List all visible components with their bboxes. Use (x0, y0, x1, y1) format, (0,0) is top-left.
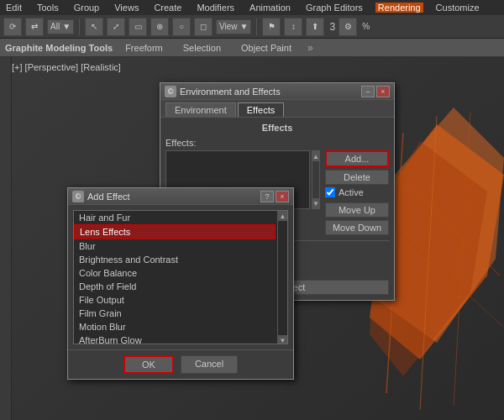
env-dialog-titlebar: © Environment and Effects − × (160, 83, 394, 100)
toolbar-btn-5[interactable]: ⊕ (150, 18, 169, 36)
effect-scroll-track (278, 221, 287, 335)
toolbar-num: 3 (329, 21, 335, 33)
view-label: View (219, 22, 238, 31)
menu-views[interactable]: Views (112, 3, 141, 13)
separator-1 (79, 18, 80, 35)
active-checkbox[interactable] (325, 187, 335, 197)
effects-label: Effects: (165, 138, 389, 148)
effect-item-depth[interactable]: Depth of Field (74, 280, 276, 293)
env-close-btn[interactable]: × (376, 86, 390, 97)
effect-list-box[interactable]: Hair and Fur Lens Effects Blur Brightnes… (73, 210, 288, 344)
move-down-btn[interactable]: Move Down (325, 220, 389, 235)
ribbon-tab-selection[interactable]: Selection (176, 40, 228, 55)
cancel-button[interactable]: Cancel (181, 355, 238, 374)
env-dialog-icon: © (165, 86, 176, 97)
env-tab-environment[interactable]: Environment (165, 102, 236, 117)
toolbar-btn-4[interactable]: ⤢ (107, 18, 125, 36)
ribbon-tab-freeform[interactable]: Freeform (118, 40, 171, 55)
add-effect-title: Add Effect (87, 192, 130, 202)
add-effect-close-btn[interactable]: × (276, 191, 289, 202)
active-checkbox-row: Active (325, 187, 389, 197)
menu-animation[interactable]: Animation (247, 3, 293, 13)
menu-graph-editors[interactable]: Graph Editors (303, 3, 365, 13)
env-dialog-controls: − × (361, 86, 390, 97)
effects-buttons: Add... Delete Active Move Up Move Down (325, 150, 389, 235)
env-dialog-tabs: Environment Effects (160, 100, 394, 118)
toolbar-btn-9[interactable]: ↕ (284, 18, 302, 36)
viewport: [+] [Perspective] [Realistic] © Environm… (0, 57, 504, 420)
delete-effect-btn[interactable]: Delete (325, 170, 389, 185)
toolbar-btn-up[interactable]: ⬆ (306, 18, 324, 36)
toolbar-pct: % (362, 22, 370, 31)
effect-list-scrollbar: ▲ ▼ (277, 211, 287, 344)
separator-2 (256, 18, 257, 35)
toolbar-btn-3[interactable]: ↖ (85, 18, 103, 36)
toolbar-dropdown-all[interactable]: All ▼ (47, 19, 74, 34)
effects-scrollbar[interactable]: ▲ ▼ (312, 150, 320, 209)
env-minimize-btn[interactable]: − (361, 86, 375, 97)
toolbar-btn-7[interactable]: ◻ (194, 18, 213, 36)
menu-create[interactable]: Create (151, 3, 184, 13)
effect-scroll-down[interactable]: ▼ (278, 335, 287, 344)
scroll-down-arrow[interactable]: ▼ (312, 198, 320, 208)
add-effect-content: Hair and Fur Lens Effects Blur Brightnes… (68, 205, 293, 349)
toolbar-btn-6[interactable]: ○ (172, 18, 191, 36)
effect-item-lens[interactable]: Lens Effects (74, 224, 276, 239)
effect-item-hair[interactable]: Hair and Fur (74, 211, 276, 224)
left-panel (0, 57, 12, 420)
toolbar: ⟳ ⇄ All ▼ ↖ ⤢ ▭ ⊕ ○ ◻ View ▼ ⚑ ↕ ⬆ 3 ⚙ % (0, 15, 504, 39)
move-up-btn[interactable]: Move Up (325, 202, 389, 218)
toolbar-btn-2[interactable]: ⇄ (25, 18, 44, 36)
active-label: Active (339, 187, 364, 197)
add-effect-titlebar: © Add Effect ? × (68, 188, 293, 205)
ok-button[interactable]: OK (123, 355, 174, 374)
view-dropdown-arrow: ▼ (240, 22, 249, 31)
ribbon-tab-object-paint[interactable]: Object Paint (234, 40, 299, 55)
add-effect-dialog: © Add Effect ? × Hair and Fur Lens Effec… (67, 187, 294, 380)
add-effect-btn[interactable]: Add... (325, 150, 389, 167)
toolbar-btn-rect[interactable]: ▭ (129, 18, 147, 36)
dropdown-arrow: ▼ (62, 22, 71, 31)
toolbar-btn-8[interactable]: ⚑ (262, 18, 281, 36)
effect-item-film-grain[interactable]: Film Grain (74, 307, 276, 320)
dropdown-label: All (50, 22, 60, 31)
menu-rendering[interactable]: Rendering (375, 3, 423, 13)
effect-item-color-balance[interactable]: Color Balance (74, 266, 276, 280)
effect-item-afterburn[interactable]: AfterBurn Glow (74, 333, 276, 344)
add-effect-title-left: © Add Effect (72, 191, 130, 202)
menu-edit[interactable]: Edit (3, 3, 24, 13)
ribbon: Graphite Modeling Tools Freeform Selecti… (0, 39, 504, 57)
env-dialog-title: Environment and Effects (180, 87, 281, 97)
menu-bar: Edit Tools Group Views Create Modifiers … (0, 0, 504, 15)
scroll-track (312, 161, 319, 198)
add-effect-help-btn[interactable]: ? (260, 191, 274, 202)
toolbar-btn-select[interactable]: ⟳ (3, 18, 22, 36)
effects-section-header: Effects (165, 123, 389, 133)
menu-modifiers[interactable]: Modifiers (194, 3, 237, 13)
scroll-up-arrow[interactable]: ▲ (312, 151, 320, 161)
menu-customize[interactable]: Customize (433, 3, 482, 13)
viewport-label: [+] [Perspective] [Realistic] (12, 62, 121, 72)
menu-tools[interactable]: Tools (34, 3, 61, 13)
menu-group[interactable]: Group (71, 3, 102, 13)
add-effect-controls: ? × (260, 191, 289, 202)
effect-item-blur[interactable]: Blur (74, 239, 276, 253)
ribbon-label: Graphite Modeling Tools (5, 43, 113, 53)
effect-item-file-output[interactable]: File Output (74, 293, 276, 307)
effect-scroll-up[interactable]: ▲ (278, 211, 287, 221)
env-tab-effects[interactable]: Effects (238, 102, 284, 117)
add-effect-footer: OK Cancel (68, 349, 293, 379)
toolbar-dropdown-view[interactable]: View ▼ (216, 19, 251, 34)
toolbar-btn-10[interactable]: ⚙ (339, 18, 357, 36)
env-dialog-title-left: © Environment and Effects (165, 86, 281, 97)
effect-item-brightness[interactable]: Brightness and Contrast (74, 253, 276, 266)
add-effect-icon: © (72, 191, 84, 202)
effect-item-motion-blur[interactable]: Motion Blur (74, 320, 276, 333)
ribbon-more[interactable]: » (307, 42, 313, 54)
